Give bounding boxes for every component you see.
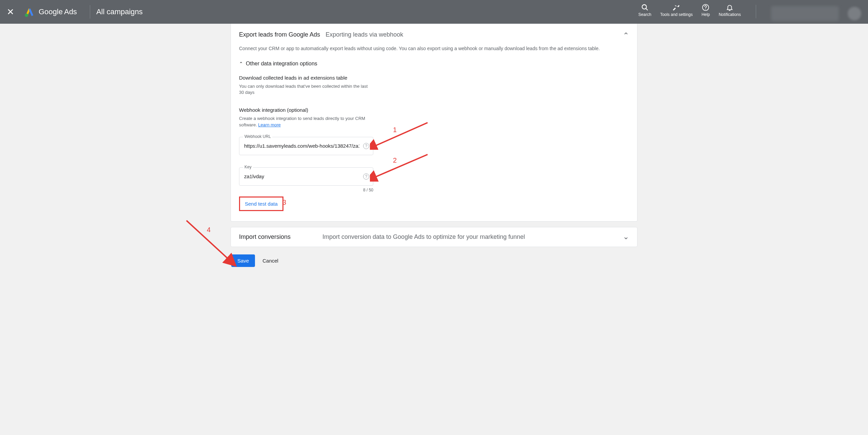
close-icon[interactable]: ✕ bbox=[7, 7, 14, 17]
arrow-icon bbox=[370, 151, 431, 182]
help-icon[interactable]: ? bbox=[363, 173, 369, 180]
import-card-title: Import conversions bbox=[239, 233, 322, 241]
arrow-icon bbox=[183, 217, 237, 268]
key-input[interactable] bbox=[239, 167, 373, 186]
key-field-wrap: Key ? bbox=[239, 167, 373, 186]
webhook-heading: Webhook integration (optional) bbox=[239, 107, 629, 113]
svg-point-1 bbox=[642, 5, 647, 9]
key-char-counter: 8 / 50 bbox=[239, 188, 373, 192]
webhook-url-input[interactable] bbox=[239, 137, 373, 155]
account-info-redacted bbox=[771, 6, 839, 21]
search-icon bbox=[641, 3, 649, 12]
other-options-toggle[interactable]: ⌃ Other data integration options bbox=[239, 61, 629, 67]
svg-point-4 bbox=[705, 9, 706, 9]
svg-point-0 bbox=[25, 14, 28, 17]
learn-more-link[interactable]: Learn more bbox=[258, 122, 280, 127]
webhook-url-label: Webhook URL bbox=[243, 134, 272, 139]
arrow-icon bbox=[370, 119, 431, 150]
svg-line-5 bbox=[374, 123, 428, 146]
help-icon[interactable]: ? bbox=[363, 143, 369, 149]
tools-settings-tool[interactable]: Tools and settings bbox=[660, 3, 693, 17]
help-tool[interactable]: Help bbox=[702, 3, 710, 17]
import-conversions-card[interactable]: Import conversions Import conversion dat… bbox=[231, 227, 637, 247]
webhook-description: Create a webhook integration to send lea… bbox=[239, 116, 371, 128]
help-icon bbox=[702, 3, 709, 12]
svg-line-6 bbox=[374, 154, 428, 178]
app-header: ✕ GoogleAds All campaigns Search bbox=[0, 0, 868, 24]
divider bbox=[756, 5, 756, 18]
export-card-description: Connect your CRM or app to automatically… bbox=[239, 46, 629, 51]
scope-label[interactable]: All campaigns bbox=[96, 7, 143, 16]
annotation-1: 1 bbox=[393, 126, 397, 134]
cancel-button[interactable]: Cancel bbox=[262, 258, 278, 264]
export-card-title: Export leads from Google Ads bbox=[239, 31, 320, 38]
chevron-up-icon: ⌃ bbox=[239, 61, 243, 66]
key-label: Key bbox=[243, 165, 253, 169]
export-leads-card: Export leads from Google Ads Exporting l… bbox=[231, 24, 637, 222]
notifications-tool[interactable]: Notifications bbox=[719, 3, 741, 17]
chevron-up-icon[interactable]: ⌃ bbox=[623, 31, 629, 40]
download-heading: Download collected leads in ad extension… bbox=[239, 75, 629, 81]
webhook-url-field-wrap: Webhook URL ? bbox=[239, 137, 373, 155]
chevron-down-icon[interactable]: ⌄ bbox=[623, 232, 629, 241]
svg-line-7 bbox=[186, 221, 229, 260]
svg-line-2 bbox=[646, 8, 648, 11]
brand-main: Google bbox=[39, 7, 63, 16]
annotation-2: 2 bbox=[393, 157, 397, 164]
brand-sub: Ads bbox=[64, 7, 77, 16]
action-bar: Save Cancel 4 bbox=[231, 254, 637, 267]
send-test-data-button[interactable]: Send test data bbox=[239, 196, 283, 211]
import-card-subtitle: Import conversion data to Google Ads to … bbox=[322, 233, 525, 241]
brand: GoogleAds bbox=[24, 7, 77, 17]
bell-icon bbox=[726, 3, 733, 12]
avatar[interactable] bbox=[848, 7, 861, 20]
download-description: You can only download leads that've been… bbox=[239, 83, 371, 96]
google-ads-logo-icon bbox=[24, 7, 35, 17]
search-tool[interactable]: Search bbox=[638, 3, 651, 17]
divider bbox=[90, 5, 90, 19]
wrench-icon bbox=[673, 3, 680, 12]
export-card-subtitle: Exporting leads via webhook bbox=[326, 31, 403, 38]
